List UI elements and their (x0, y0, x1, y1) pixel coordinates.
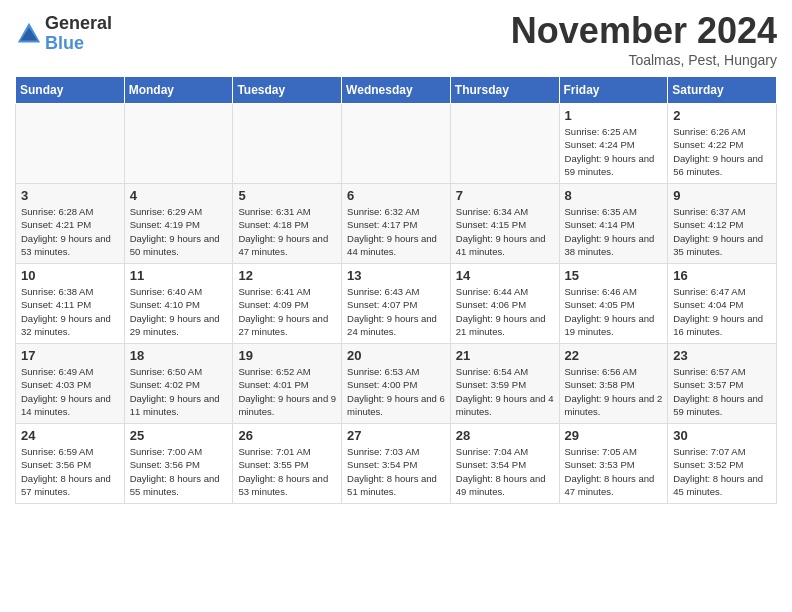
calendar-cell: 20Sunrise: 6:53 AM Sunset: 4:00 PM Dayli… (342, 344, 451, 424)
calendar-cell: 30Sunrise: 7:07 AM Sunset: 3:52 PM Dayli… (668, 424, 777, 504)
day-number: 27 (347, 428, 445, 443)
day-info: Sunrise: 6:54 AM Sunset: 3:59 PM Dayligh… (456, 365, 554, 418)
day-number: 2 (673, 108, 771, 123)
day-number: 14 (456, 268, 554, 283)
day-info: Sunrise: 6:40 AM Sunset: 4:10 PM Dayligh… (130, 285, 228, 338)
calendar-cell: 14Sunrise: 6:44 AM Sunset: 4:06 PM Dayli… (450, 264, 559, 344)
day-number: 13 (347, 268, 445, 283)
col-header-friday: Friday (559, 77, 668, 104)
day-info: Sunrise: 6:26 AM Sunset: 4:22 PM Dayligh… (673, 125, 771, 178)
logo-general: General (45, 14, 112, 34)
day-number: 9 (673, 188, 771, 203)
calendar-cell (124, 104, 233, 184)
calendar-cell (233, 104, 342, 184)
day-info: Sunrise: 6:38 AM Sunset: 4:11 PM Dayligh… (21, 285, 119, 338)
calendar-cell: 13Sunrise: 6:43 AM Sunset: 4:07 PM Dayli… (342, 264, 451, 344)
col-header-tuesday: Tuesday (233, 77, 342, 104)
calendar-cell (450, 104, 559, 184)
day-info: Sunrise: 7:04 AM Sunset: 3:54 PM Dayligh… (456, 445, 554, 498)
month-title: November 2024 (511, 10, 777, 52)
calendar-cell: 28Sunrise: 7:04 AM Sunset: 3:54 PM Dayli… (450, 424, 559, 504)
calendar-cell: 26Sunrise: 7:01 AM Sunset: 3:55 PM Dayli… (233, 424, 342, 504)
day-number: 6 (347, 188, 445, 203)
day-info: Sunrise: 6:44 AM Sunset: 4:06 PM Dayligh… (456, 285, 554, 338)
calendar-cell: 23Sunrise: 6:57 AM Sunset: 3:57 PM Dayli… (668, 344, 777, 424)
day-number: 26 (238, 428, 336, 443)
calendar-cell: 19Sunrise: 6:52 AM Sunset: 4:01 PM Dayli… (233, 344, 342, 424)
day-number: 24 (21, 428, 119, 443)
day-info: Sunrise: 6:31 AM Sunset: 4:18 PM Dayligh… (238, 205, 336, 258)
calendar-cell: 9Sunrise: 6:37 AM Sunset: 4:12 PM Daylig… (668, 184, 777, 264)
logo: General Blue (15, 14, 112, 54)
day-number: 8 (565, 188, 663, 203)
calendar-cell: 18Sunrise: 6:50 AM Sunset: 4:02 PM Dayli… (124, 344, 233, 424)
day-info: Sunrise: 7:05 AM Sunset: 3:53 PM Dayligh… (565, 445, 663, 498)
calendar-cell: 3Sunrise: 6:28 AM Sunset: 4:21 PM Daylig… (16, 184, 125, 264)
day-info: Sunrise: 6:25 AM Sunset: 4:24 PM Dayligh… (565, 125, 663, 178)
week-row-4: 17Sunrise: 6:49 AM Sunset: 4:03 PM Dayli… (16, 344, 777, 424)
calendar-cell: 29Sunrise: 7:05 AM Sunset: 3:53 PM Dayli… (559, 424, 668, 504)
col-header-monday: Monday (124, 77, 233, 104)
day-info: Sunrise: 6:52 AM Sunset: 4:01 PM Dayligh… (238, 365, 336, 418)
calendar-cell: 16Sunrise: 6:47 AM Sunset: 4:04 PM Dayli… (668, 264, 777, 344)
calendar-cell: 1Sunrise: 6:25 AM Sunset: 4:24 PM Daylig… (559, 104, 668, 184)
day-info: Sunrise: 6:50 AM Sunset: 4:02 PM Dayligh… (130, 365, 228, 418)
calendar-cell: 11Sunrise: 6:40 AM Sunset: 4:10 PM Dayli… (124, 264, 233, 344)
day-number: 5 (238, 188, 336, 203)
day-number: 11 (130, 268, 228, 283)
col-header-wednesday: Wednesday (342, 77, 451, 104)
day-number: 19 (238, 348, 336, 363)
day-number: 3 (21, 188, 119, 203)
day-info: Sunrise: 6:56 AM Sunset: 3:58 PM Dayligh… (565, 365, 663, 418)
day-number: 4 (130, 188, 228, 203)
calendar-cell: 25Sunrise: 7:00 AM Sunset: 3:56 PM Dayli… (124, 424, 233, 504)
day-number: 16 (673, 268, 771, 283)
col-header-thursday: Thursday (450, 77, 559, 104)
calendar-cell (342, 104, 451, 184)
day-info: Sunrise: 7:01 AM Sunset: 3:55 PM Dayligh… (238, 445, 336, 498)
day-number: 25 (130, 428, 228, 443)
day-info: Sunrise: 6:41 AM Sunset: 4:09 PM Dayligh… (238, 285, 336, 338)
day-info: Sunrise: 6:43 AM Sunset: 4:07 PM Dayligh… (347, 285, 445, 338)
calendar-cell: 4Sunrise: 6:29 AM Sunset: 4:19 PM Daylig… (124, 184, 233, 264)
day-info: Sunrise: 6:29 AM Sunset: 4:19 PM Dayligh… (130, 205, 228, 258)
week-row-2: 3Sunrise: 6:28 AM Sunset: 4:21 PM Daylig… (16, 184, 777, 264)
calendar-cell: 12Sunrise: 6:41 AM Sunset: 4:09 PM Dayli… (233, 264, 342, 344)
day-number: 28 (456, 428, 554, 443)
day-info: Sunrise: 6:34 AM Sunset: 4:15 PM Dayligh… (456, 205, 554, 258)
calendar-cell (16, 104, 125, 184)
calendar-cell: 15Sunrise: 6:46 AM Sunset: 4:05 PM Dayli… (559, 264, 668, 344)
day-number: 30 (673, 428, 771, 443)
day-info: Sunrise: 6:28 AM Sunset: 4:21 PM Dayligh… (21, 205, 119, 258)
calendar-cell: 24Sunrise: 6:59 AM Sunset: 3:56 PM Dayli… (16, 424, 125, 504)
day-info: Sunrise: 6:37 AM Sunset: 4:12 PM Dayligh… (673, 205, 771, 258)
calendar-cell: 27Sunrise: 7:03 AM Sunset: 3:54 PM Dayli… (342, 424, 451, 504)
day-number: 17 (21, 348, 119, 363)
calendar-cell: 10Sunrise: 6:38 AM Sunset: 4:11 PM Dayli… (16, 264, 125, 344)
title-block: November 2024 Toalmas, Pest, Hungary (511, 10, 777, 68)
day-info: Sunrise: 6:47 AM Sunset: 4:04 PM Dayligh… (673, 285, 771, 338)
calendar-cell: 22Sunrise: 6:56 AM Sunset: 3:58 PM Dayli… (559, 344, 668, 424)
day-info: Sunrise: 6:57 AM Sunset: 3:57 PM Dayligh… (673, 365, 771, 418)
day-number: 15 (565, 268, 663, 283)
calendar-table: SundayMondayTuesdayWednesdayThursdayFrid… (15, 76, 777, 504)
col-header-sunday: Sunday (16, 77, 125, 104)
day-info: Sunrise: 6:49 AM Sunset: 4:03 PM Dayligh… (21, 365, 119, 418)
week-row-3: 10Sunrise: 6:38 AM Sunset: 4:11 PM Dayli… (16, 264, 777, 344)
calendar-cell: 6Sunrise: 6:32 AM Sunset: 4:17 PM Daylig… (342, 184, 451, 264)
day-number: 10 (21, 268, 119, 283)
day-number: 21 (456, 348, 554, 363)
header-row: SundayMondayTuesdayWednesdayThursdayFrid… (16, 77, 777, 104)
calendar-cell: 5Sunrise: 6:31 AM Sunset: 4:18 PM Daylig… (233, 184, 342, 264)
logo-text: General Blue (45, 14, 112, 54)
day-number: 23 (673, 348, 771, 363)
calendar-cell: 17Sunrise: 6:49 AM Sunset: 4:03 PM Dayli… (16, 344, 125, 424)
week-row-1: 1Sunrise: 6:25 AM Sunset: 4:24 PM Daylig… (16, 104, 777, 184)
day-info: Sunrise: 7:03 AM Sunset: 3:54 PM Dayligh… (347, 445, 445, 498)
location: Toalmas, Pest, Hungary (511, 52, 777, 68)
calendar-cell: 21Sunrise: 6:54 AM Sunset: 3:59 PM Dayli… (450, 344, 559, 424)
day-info: Sunrise: 7:00 AM Sunset: 3:56 PM Dayligh… (130, 445, 228, 498)
page-header: General Blue November 2024 Toalmas, Pest… (15, 10, 777, 68)
day-number: 12 (238, 268, 336, 283)
calendar-cell: 2Sunrise: 6:26 AM Sunset: 4:22 PM Daylig… (668, 104, 777, 184)
